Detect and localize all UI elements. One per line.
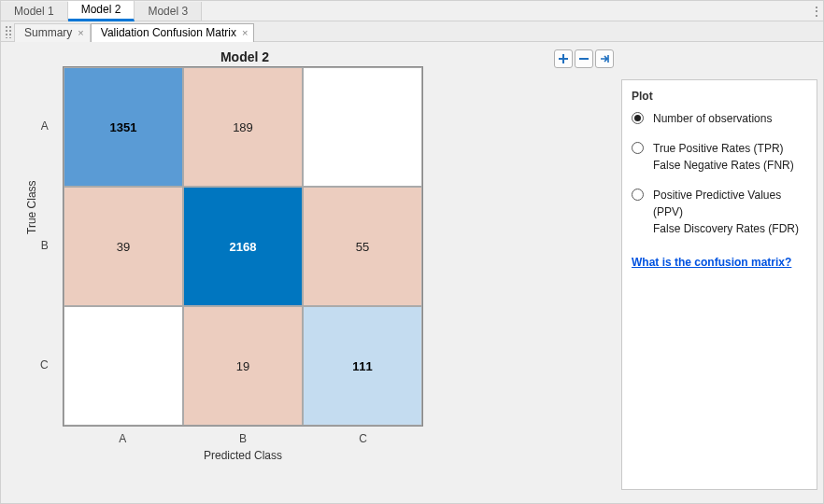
confusion-matrix-wrap: A B C 13511893921685519111 A B C Predict… [63,66,427,462]
radio-label: Positive Predictive Values (PPV)False Di… [653,187,807,237]
model-tab-3[interactable]: Model 3 [135,2,202,21]
matrix-cell: 1351 [64,67,183,187]
sub-tab-label: Summary [24,26,72,39]
col-label: B [183,432,304,445]
matrix-cell: 55 [303,187,422,306]
model-tab-bar: Model 1 Model 2 Model 3 ⋮ [1,1,823,21]
content-area: Model 2 True Class A B C 135118939216855… [1,42,823,503]
matrix-cell: 111 [303,306,422,426]
x-axis-title: Predicted Class [63,449,423,462]
col-labels: A B C [63,432,423,445]
matrix-cell: 189 [183,67,303,187]
radio-icon[interactable] [632,142,644,154]
y-axis-title: True Class [25,180,38,234]
plot-option-1[interactable]: True Positive Rates (TPR)False Negative … [632,140,807,174]
remove-plot-button[interactable] [575,49,593,68]
add-plot-button[interactable] [554,49,573,68]
close-icon[interactable]: × [242,27,248,38]
row-label: A [40,66,52,186]
help-link[interactable]: What is the confusion matrix? [632,256,791,269]
plot-title: Model 2 [63,49,427,64]
radio-icon[interactable] [632,189,644,201]
plot-option-0[interactable]: Number of observations [632,110,807,127]
row-labels: A B C [40,66,52,425]
plot-area: Model 2 True Class A B C 135118939216855… [7,48,616,497]
radio-icon[interactable] [632,112,644,124]
plot-toolbar [554,49,614,68]
radio-label: Number of observations [653,110,772,127]
kebab-menu-icon[interactable]: ⋮ [810,4,823,19]
sub-tab-summary[interactable]: Summary × [14,23,91,42]
confusion-matrix: 13511893921685519111 [63,66,423,427]
model-tab-2[interactable]: Model 2 [68,0,135,21]
sub-tab-confusion-matrix[interactable]: Validation Confusion Matrix × [91,23,255,42]
matrix-cell: 39 [64,187,183,306]
col-label: A [63,432,183,445]
row-label: B [40,186,52,305]
plot-option-2[interactable]: Positive Predictive Values (PPV)False Di… [632,187,807,237]
radio-label: True Positive Rates (TPR)False Negative … [653,140,794,174]
matrix-cell [64,306,183,426]
sub-tab-label: Validation Confusion Matrix [101,26,236,39]
model-tab-1[interactable]: Model 1 [1,2,68,21]
row-label: C [40,305,52,425]
matrix-cell: 2168 [183,187,303,306]
sub-tab-bar: Summary × Validation Confusion Matrix × [1,21,823,42]
close-icon[interactable]: × [78,27,83,38]
plot-options-panel: Plot Number of observationsTrue Positive… [621,79,817,490]
export-plot-button[interactable] [595,49,614,68]
matrix-cell: 19 [183,306,303,426]
col-label: C [303,432,423,445]
drag-grip-icon[interactable] [5,25,12,38]
matrix-cell [303,67,422,187]
panel-title: Plot [632,90,807,103]
